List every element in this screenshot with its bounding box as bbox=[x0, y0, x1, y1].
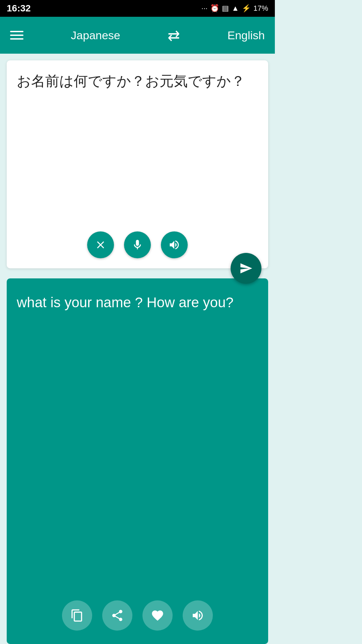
heart-icon bbox=[151, 609, 164, 622]
share-button[interactable] bbox=[102, 600, 132, 631]
status-icons: ··· ⏰ ▤ ▲ ⚡ 17% bbox=[201, 4, 268, 13]
alarm-icon: ⏰ bbox=[210, 4, 219, 13]
battery-level: 17% bbox=[253, 4, 268, 13]
translation-actions bbox=[62, 600, 213, 631]
source-panel: お名前は何ですか？お元気ですか？ bbox=[7, 60, 268, 268]
source-text: お名前は何ですか？お元気ですか？ bbox=[17, 70, 258, 92]
speak-source-button[interactable] bbox=[161, 231, 188, 258]
toolbar: Japanese ⇄ English bbox=[0, 17, 275, 54]
speaker-translation-icon bbox=[191, 609, 204, 622]
speak-translation-button[interactable] bbox=[183, 600, 213, 631]
copy-button[interactable] bbox=[62, 600, 92, 631]
share-icon bbox=[111, 609, 124, 622]
status-time: 16:32 bbox=[7, 3, 31, 14]
sim-icon: ▤ bbox=[222, 4, 229, 13]
favorite-button[interactable] bbox=[142, 600, 173, 631]
status-bar: 16:32 ··· ⏰ ▤ ▲ ⚡ 17% bbox=[0, 0, 275, 17]
translation-text: what is your name ? How are you? bbox=[17, 292, 258, 313]
source-actions bbox=[87, 231, 188, 258]
source-wrapper: お名前は何ですか？お元気ですか？ bbox=[7, 60, 268, 268]
main-content: お名前は何ですか？お元気ですか？ bbox=[0, 54, 275, 644]
translation-panel: what is your name ? How are you? bbox=[7, 278, 268, 644]
microphone-button[interactable] bbox=[124, 231, 151, 258]
speaker-source-icon bbox=[168, 239, 180, 251]
target-language-label[interactable]: English bbox=[227, 29, 265, 42]
bolt-icon: ⚡ bbox=[242, 4, 251, 13]
send-icon bbox=[239, 262, 253, 275]
swap-languages-button[interactable]: ⇄ bbox=[168, 27, 180, 44]
clear-icon bbox=[95, 239, 107, 251]
copy-icon bbox=[70, 609, 84, 622]
source-language-label[interactable]: Japanese bbox=[71, 29, 120, 42]
clear-button[interactable] bbox=[87, 231, 114, 258]
more-icon: ··· bbox=[201, 4, 207, 13]
translate-send-button[interactable] bbox=[231, 253, 261, 284]
microphone-icon bbox=[131, 239, 143, 251]
signal-icon: ▲ bbox=[232, 4, 239, 13]
hamburger-menu-button[interactable] bbox=[10, 31, 23, 40]
